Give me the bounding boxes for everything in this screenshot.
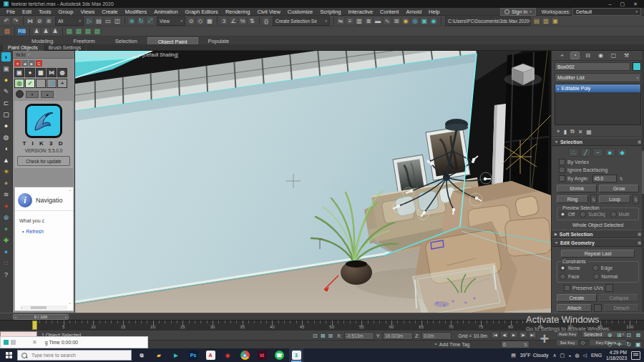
- pin-stack-icon[interactable]: ⌖: [557, 128, 560, 135]
- light-bulb-icon[interactable]: ●: [1, 75, 11, 84]
- help-icon[interactable]: ?: [1, 270, 11, 279]
- language-indicator[interactable]: ENG: [591, 353, 602, 358]
- menu-group[interactable]: Group: [55, 9, 77, 15]
- menu-content[interactable]: Content: [376, 9, 402, 15]
- subtab-brush-settings[interactable]: Brush Settings: [44, 44, 87, 51]
- z-coordinate-field[interactable]: 0.0m: [421, 332, 452, 340]
- attach-settings[interactable]: [594, 304, 602, 312]
- schematic-view-icon[interactable]: ⊞: [392, 16, 401, 25]
- toggle-ribbon-icon[interactable]: ▬: [374, 16, 382, 25]
- walkthrough-character-1-icon[interactable]: ♟: [32, 27, 41, 36]
- viewport-menu-shading[interactable]: [Default Shading]: [142, 52, 178, 57]
- orbit-icon[interactable]: ↻: [625, 340, 633, 348]
- walkthrough-character-3-icon[interactable]: ♟: [51, 27, 59, 36]
- brush-tool-icon[interactable]: ✎: [1, 87, 11, 96]
- sphere-cream-icon[interactable]: ●: [1, 121, 11, 130]
- menu-animation[interactable]: Animation: [150, 9, 181, 15]
- viewport-menu-plus[interactable]: [+]: [78, 52, 83, 57]
- cone-primitive-icon[interactable]: ▲: [1, 155, 11, 165]
- current-frame-field[interactable]: 0 ⇅: [501, 341, 530, 348]
- constraint-face-radio[interactable]: [560, 273, 566, 280]
- plus-navigation-icon[interactable]: +: [535, 330, 554, 348]
- menu-help[interactable]: Help: [425, 9, 443, 15]
- rollout-selection[interactable]: ▼ Selection ▣: [552, 137, 644, 146]
- hand-tool-icon[interactable]: ✚: [1, 235, 11, 245]
- populate-idle-area-icon[interactable]: ▧: [74, 27, 83, 36]
- grid-tool-icon[interactable]: ▦: [36, 68, 46, 77]
- selection-filter-dropdown[interactable]: All▾: [55, 16, 84, 26]
- window-crossing-toggle-icon[interactable]: ◫: [113, 16, 122, 25]
- populate-flow-icon[interactable]: ▧: [65, 27, 74, 36]
- keyboard-shortcut-override-icon[interactable]: ▦: [205, 16, 214, 25]
- by-angle-row[interactable]: By Angle: 45.0 ⇅: [559, 175, 642, 182]
- constraint-edge-radio[interactable]: [592, 265, 599, 271]
- color-dots-icon[interactable]: ∷: [1, 258, 11, 268]
- auto-key-button[interactable]: Auto Key: [556, 331, 579, 338]
- unlink-selection-icon[interactable]: ⊘: [35, 16, 44, 25]
- atom-physics-icon[interactable]: ⊛: [1, 212, 11, 222]
- set-key-button[interactable]: Set Key: [556, 339, 579, 346]
- redo-icon[interactable]: ↷: [11, 16, 20, 25]
- tab-populate[interactable]: Populate: [198, 37, 240, 44]
- subtab-paint-objects[interactable]: Paint Objects: [3, 44, 44, 51]
- select-and-move-icon[interactable]: ⊕: [127, 16, 136, 25]
- check-tool-icon[interactable]: ✓: [25, 79, 35, 88]
- y-coordinate-field[interactable]: 16.023m: [383, 332, 413, 340]
- menu-rendering[interactable]: Rendering: [222, 9, 254, 15]
- recorder-popup[interactable]: ✕ g Time 0:00:00: [0, 336, 148, 348]
- rendered-frame-window-icon[interactable]: ▣: [420, 16, 429, 25]
- horizontal-scrollbar[interactable]: ‹: [21, 305, 67, 310]
- select-and-scale-icon[interactable]: ⤢: [146, 16, 155, 25]
- preserve-uvs-checkbox[interactable]: [564, 285, 570, 291]
- preview-subobj-radio[interactable]: [580, 211, 586, 217]
- bind-to-space-warp-icon[interactable]: ≋: [44, 16, 53, 25]
- chrome-taskbar-icon[interactable]: [238, 348, 252, 362]
- scroll-left-icon[interactable]: ‹: [21, 305, 22, 310]
- ignore-backfacing-row[interactable]: Ignore Backfacing: [559, 167, 642, 173]
- preview-multi-radio[interactable]: [610, 211, 617, 217]
- maximize-viewport-icon[interactable]: ▣: [634, 340, 643, 348]
- rollout-soft-selection[interactable]: ▶ Soft Selection ▣: [552, 230, 644, 238]
- populate-edit-icon[interactable]: ▧: [84, 27, 92, 36]
- detach-button[interactable]: Detach: [604, 304, 639, 312]
- file-explorer-taskbar-icon[interactable]: ▰: [152, 348, 166, 362]
- save-file-icon[interactable]: ▣: [551, 16, 560, 25]
- recorder-pause-icon[interactable]: [11, 340, 16, 345]
- microphone-icon[interactable]: ◒: [568, 353, 571, 358]
- spinner-icon[interactable]: ⇅: [524, 342, 527, 347]
- modifier-list-dropdown[interactable]: Modifier List ▾: [555, 73, 641, 82]
- panel-tab-hierarchy[interactable]: ⊟: [583, 52, 592, 59]
- menu-tools[interactable]: Tools: [35, 9, 55, 15]
- walkthrough-character-2-icon[interactable]: ♟: [42, 27, 50, 36]
- autocad-taskbar-icon[interactable]: A: [203, 348, 218, 362]
- maximize-button[interactable]: ▢: [620, 0, 625, 8]
- tab-object-paint[interactable]: Object Paint: [147, 37, 198, 44]
- shrink-button[interactable]: Shrink: [557, 185, 597, 192]
- minimize-button[interactable]: –: [609, 0, 612, 8]
- asset-tracking-icon[interactable]: ▤: [532, 16, 541, 25]
- triangle-up-button[interactable]: ▲: [41, 91, 54, 98]
- ignore-backfacing-checkbox[interactable]: [559, 167, 565, 173]
- three-tool-icon[interactable]: 3: [47, 79, 57, 88]
- panel-tab-modify[interactable]: ◔: [570, 52, 580, 59]
- zoom-extents-icon[interactable]: ⊡: [625, 331, 633, 339]
- object-color-swatch[interactable]: [633, 62, 641, 71]
- undo-icon[interactable]: ↶: [2, 16, 11, 25]
- image-plane-icon[interactable]: ▣: [1, 64, 11, 73]
- collapse-button[interactable]: Collapse: [599, 294, 639, 302]
- perspective-viewport[interactable]: [+] [Perspective] [Standard] [Default Sh…: [75, 51, 551, 313]
- angle-snap-toggle-icon[interactable]: ∠: [229, 16, 238, 25]
- tab-selection[interactable]: Selection: [105, 37, 147, 44]
- waves-modifier-icon[interactable]: ≋: [1, 190, 11, 199]
- ring-spinner[interactable]: ⇅: [590, 195, 597, 204]
- by-angle-checkbox[interactable]: [559, 175, 565, 182]
- refresh-link[interactable]: Refresh: [26, 229, 44, 234]
- make-unique-icon[interactable]: ⧉: [570, 128, 575, 135]
- sun-light-icon[interactable]: ☀: [1, 167, 11, 176]
- percent-snap-toggle-icon[interactable]: %: [238, 16, 247, 25]
- box-primitive-icon[interactable]: ▢: [1, 109, 11, 119]
- loop-spinner[interactable]: ⇅: [633, 195, 639, 204]
- repeat-last-button[interactable]: Repeat Last: [561, 250, 635, 258]
- workspace-dropdown[interactable]: Default ▾: [572, 8, 641, 16]
- x-coordinate-field[interactable]: -0.513m: [344, 332, 374, 340]
